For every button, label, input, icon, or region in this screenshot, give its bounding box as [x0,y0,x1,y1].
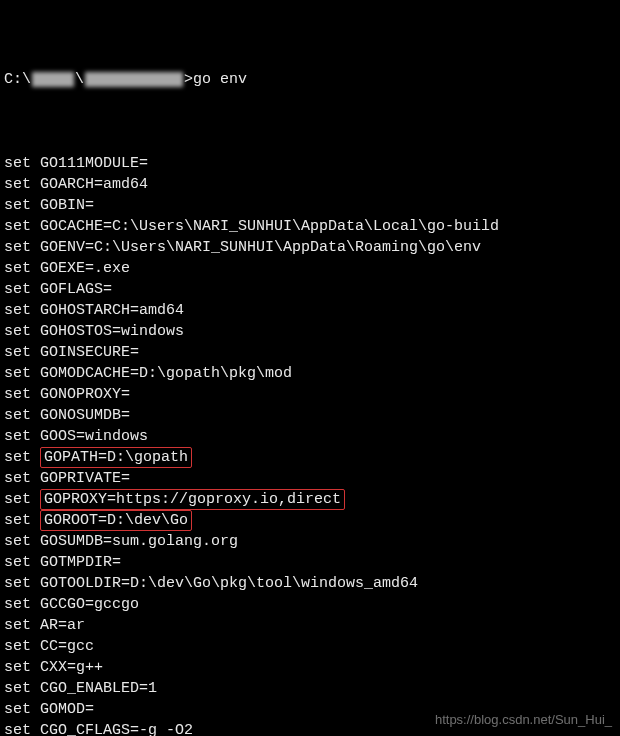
env-set-keyword: set [4,596,40,613]
env-set-keyword: set [4,260,40,277]
env-set-keyword: set [4,659,40,676]
env-set-keyword: set [4,554,40,571]
env-var-value: AR=ar [40,617,85,634]
prompt-prefix: C:\ [4,69,31,90]
env-line: set GOSUMDB=sum.golang.org [4,531,616,552]
env-var-value: GCCGO=gccgo [40,596,139,613]
env-var-value: GONOSUMDB= [40,407,130,424]
env-var-value: CGO_CFLAGS=-g -O2 [40,722,193,736]
redacted-segment [85,72,183,87]
env-var-value: GOTOOLDIR=D:\dev\Go\pkg\tool\windows_amd… [40,575,418,592]
env-var-value: GOTMPDIR= [40,554,121,571]
env-line: set GOTOOLDIR=D:\dev\Go\pkg\tool\windows… [4,573,616,594]
env-set-keyword: set [4,281,40,298]
redacted-segment [32,72,74,87]
env-set-keyword: set [4,449,40,466]
env-set-keyword: set [4,638,40,655]
env-line: set GOEXE=.exe [4,258,616,279]
env-set-keyword: set [4,533,40,550]
env-set-keyword: set [4,407,40,424]
env-line: set CC=gcc [4,636,616,657]
env-set-keyword: set [4,491,40,508]
env-line: set GOFLAGS= [4,279,616,300]
env-var-value: GOFLAGS= [40,281,112,298]
env-line: set GOMOD= [4,699,616,720]
env-line: set GOMODCACHE=D:\gopath\pkg\mod [4,363,616,384]
env-line: set GOPROXY=https://goproxy.io,direct [4,489,616,510]
env-set-keyword: set [4,218,40,235]
env-var-value: GOARCH=amd64 [40,176,148,193]
env-var-value: GONOPROXY= [40,386,130,403]
env-var-value-highlighted: GOPROXY=https://goproxy.io,direct [40,489,345,510]
env-line: set CXX=g++ [4,657,616,678]
env-var-value: CC=gcc [40,638,94,655]
env-var-value: CGO_ENABLED=1 [40,680,157,697]
terminal-window[interactable]: C:\\>go env set GO111MODULE=set GOARCH=a… [0,0,620,736]
env-line: set GOHOSTOS=windows [4,321,616,342]
env-line: set GCCGO=gccgo [4,594,616,615]
env-set-keyword: set [4,323,40,340]
env-var-value: GOOS=windows [40,428,148,445]
env-line: set CGO_CFLAGS=-g -O2 [4,720,616,736]
prompt-line: C:\\>go env [4,69,616,90]
env-line: set GOBIN= [4,195,616,216]
env-var-value: GOMOD= [40,701,94,718]
env-output: set GO111MODULE=set GOARCH=amd64set GOBI… [4,153,616,736]
env-var-value: GOMODCACHE=D:\gopath\pkg\mod [40,365,292,382]
env-var-value: GOHOSTARCH=amd64 [40,302,184,319]
env-set-keyword: set [4,575,40,592]
env-set-keyword: set [4,365,40,382]
env-var-value: GOBIN= [40,197,94,214]
env-set-keyword: set [4,701,40,718]
env-var-value: GOSUMDB=sum.golang.org [40,533,238,550]
env-line: set GONOSUMDB= [4,405,616,426]
env-var-value: GOINSECURE= [40,344,139,361]
env-var-value-highlighted: GOPATH=D:\gopath [40,447,192,468]
env-set-keyword: set [4,176,40,193]
env-set-keyword: set [4,617,40,634]
command-text: go env [193,69,247,90]
env-set-keyword: set [4,386,40,403]
env-set-keyword: set [4,722,40,736]
env-set-keyword: set [4,680,40,697]
env-line: set GOOS=windows [4,426,616,447]
env-line: set GOHOSTARCH=amd64 [4,300,616,321]
env-var-value: GOENV=C:\Users\NARI_SUNHUI\AppData\Roami… [40,239,481,256]
env-line: set AR=ar [4,615,616,636]
env-line: set GOENV=C:\Users\NARI_SUNHUI\AppData\R… [4,237,616,258]
env-line: set GONOPROXY= [4,384,616,405]
env-set-keyword: set [4,302,40,319]
env-set-keyword: set [4,197,40,214]
env-set-keyword: set [4,512,40,529]
env-var-value-highlighted: GOROOT=D:\dev\Go [40,510,192,531]
env-set-keyword: set [4,239,40,256]
env-var-value: CXX=g++ [40,659,103,676]
path-sep: \ [75,69,84,90]
env-var-value: GOEXE=.exe [40,260,130,277]
env-set-keyword: set [4,344,40,361]
env-set-keyword: set [4,428,40,445]
env-line: set GOTMPDIR= [4,552,616,573]
env-set-keyword: set [4,470,40,487]
env-line: set CGO_ENABLED=1 [4,678,616,699]
env-line: set GO111MODULE= [4,153,616,174]
prompt-suffix: > [184,69,193,90]
env-line: set GOPATH=D:\gopath [4,447,616,468]
env-line: set GOARCH=amd64 [4,174,616,195]
env-var-value: GOHOSTOS=windows [40,323,184,340]
env-line: set GOINSECURE= [4,342,616,363]
env-var-value: GO111MODULE= [40,155,148,172]
env-var-value: GOCACHE=C:\Users\NARI_SUNHUI\AppData\Loc… [40,218,499,235]
env-line: set GOCACHE=C:\Users\NARI_SUNHUI\AppData… [4,216,616,237]
env-set-keyword: set [4,155,40,172]
env-var-value: GOPRIVATE= [40,470,130,487]
env-line: set GOROOT=D:\dev\Go [4,510,616,531]
env-line: set GOPRIVATE= [4,468,616,489]
